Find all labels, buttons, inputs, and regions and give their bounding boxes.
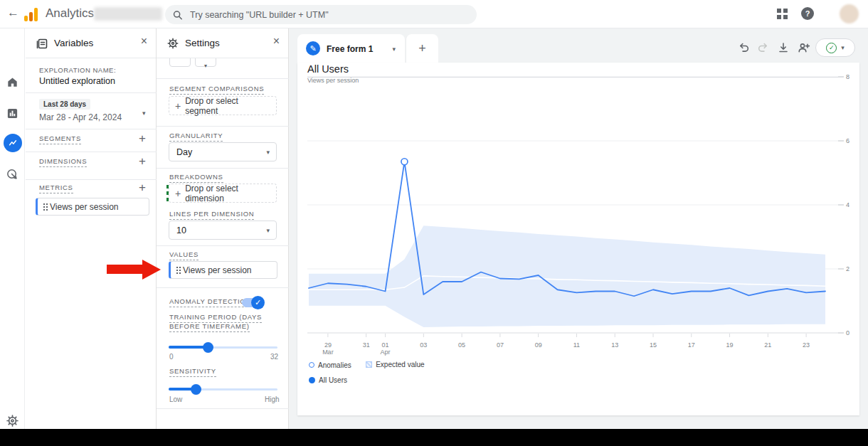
home-icon[interactable] — [0, 73, 25, 91]
advertising-icon[interactable] — [0, 165, 25, 184]
anomaly-detection-toggle[interactable]: ✓ — [242, 298, 263, 307]
explore-selected-circle — [4, 134, 22, 152]
search-input[interactable] — [189, 9, 470, 21]
series-dot-icon — [309, 377, 315, 383]
caret-down-icon: ▾ — [841, 44, 845, 51]
breakdown-drop-zone[interactable]: + Drop or select dimension — [169, 184, 277, 203]
settings-gear-icon — [166, 37, 179, 50]
search-icon — [172, 9, 183, 21]
legend-expected-value[interactable]: Expected value — [366, 361, 424, 368]
apps-grid-icon[interactable] — [777, 9, 788, 20]
svg-text:13: 13 — [611, 341, 618, 349]
sensitivity-slider[interactable] — [169, 384, 277, 394]
pencil-icon: ✎ — [306, 41, 320, 55]
date-range-caret-icon[interactable]: ▾ — [142, 110, 146, 117]
granularity-label: GRANULARITY — [169, 132, 223, 142]
metric-chip-label: Views per session — [50, 202, 119, 212]
caret-down-icon: ▾ — [266, 149, 270, 156]
metrics-label: METRICS — [39, 184, 73, 193]
variables-close-icon[interactable]: × — [141, 36, 147, 47]
legend-anomalies-label: Anomalies — [318, 361, 351, 369]
variables-icon — [36, 37, 48, 50]
add-tab-button[interactable]: + — [406, 34, 438, 63]
nav-rail — [0, 28, 25, 429]
letterbox-bottom — [0, 429, 868, 446]
check-circle-icon: ✓ — [826, 43, 837, 53]
help-icon[interactable]: ? — [801, 7, 814, 20]
svg-text:17: 17 — [688, 341, 695, 349]
svg-text:15: 15 — [650, 341, 657, 349]
analytics-logo-icon[interactable] — [24, 7, 40, 21]
share-person-add-icon[interactable] — [795, 40, 811, 55]
timeseries-chart[interactable]: 0246829Mar3101Apr0305070911131517192123 — [307, 68, 852, 356]
back-arrow-icon[interactable]: ← — [7, 6, 19, 20]
add-segment-button[interactable]: + — [139, 132, 146, 144]
segment-drop-zone[interactable]: + Drop or select segment — [169, 96, 277, 115]
settings-panel-title: Settings — [185, 38, 220, 48]
metric-chip[interactable]: Views per session — [36, 198, 149, 216]
chart-legend-row-1: Anomalies Expected value — [309, 358, 436, 371]
training-min-label: 0 — [169, 353, 174, 361]
download-icon[interactable] — [776, 40, 791, 55]
drag-dots-icon[interactable] — [176, 267, 178, 268]
add-dimension-button[interactable]: + — [139, 155, 146, 167]
account-selector-blurred[interactable] — [94, 7, 162, 21]
legend-expected-label: Expected value — [376, 361, 424, 368]
search-bar[interactable] — [165, 5, 477, 24]
settings-header: Settings × — [157, 28, 288, 58]
chart-y-axis-title: Views per session — [307, 77, 359, 84]
granularity-value: Day — [176, 147, 192, 157]
exploration-name-value[interactable]: Untitled exploration — [39, 76, 115, 86]
values-label: VALUES — [169, 250, 199, 260]
scrolled-caret-icon: ▾ — [204, 63, 207, 69]
segment-drop-text: Drop or select segment — [185, 96, 270, 116]
chart-title: All Users — [307, 63, 843, 78]
expected-band-icon — [366, 361, 372, 368]
explore-icon-selected[interactable] — [0, 134, 25, 152]
chart-legend-row-2: All Users — [309, 373, 359, 386]
legend-anomalies[interactable]: Anomalies — [309, 361, 351, 369]
svg-text:23: 23 — [803, 341, 810, 349]
sensitivity-min-label: Low — [169, 395, 182, 403]
svg-text:29: 29 — [324, 341, 332, 349]
variables-panel-title: Variables — [54, 38, 93, 48]
reports-icon[interactable] — [0, 104, 25, 122]
svg-text:21: 21 — [764, 341, 771, 349]
svg-text:31: 31 — [363, 341, 370, 349]
segment-comparisons-label: SEGMENT COMPARISONS — [169, 85, 264, 95]
admin-gear-icon[interactable] — [0, 411, 25, 429]
caret-down-icon: ▾ — [266, 227, 270, 234]
svg-text:11: 11 — [573, 341, 580, 349]
legend-series-label: All Users — [319, 376, 347, 384]
lines-per-dimension-select[interactable]: 10 ▾ — [169, 221, 277, 240]
plus-icon: + — [175, 100, 181, 112]
drag-dots-icon[interactable] — [43, 203, 45, 205]
svg-text:2: 2 — [846, 265, 850, 272]
legend-all-users[interactable]: All Users — [309, 376, 347, 384]
training-period-slider-thumb[interactable] — [203, 342, 213, 353]
settings-panel: ▾ Settings × SEGMENT COMPARISONS + Drop … — [157, 28, 289, 429]
analytics-app: ← Analytics ? — [0, 0, 868, 429]
svg-text:0: 0 — [846, 329, 850, 336]
undo-icon[interactable] — [736, 40, 751, 55]
avatar[interactable] — [840, 4, 859, 23]
training-period-slider[interactable] — [169, 342, 277, 352]
tab-free-form-1[interactable]: ✎ Free form 1 ▾ — [297, 34, 405, 63]
breakdowns-label: BREAKDOWNS — [169, 173, 223, 183]
values-chip[interactable]: Views per session — [169, 261, 277, 279]
date-range-value[interactable]: Mar 28 - Apr 24, 2024 — [39, 112, 122, 122]
status-ok-dropdown[interactable]: ✓ ▾ — [815, 38, 855, 57]
settings-close-icon[interactable]: × — [273, 36, 280, 47]
svg-text:Apr: Apr — [381, 349, 391, 356]
screenshot-stage: ← Analytics ? — [0, 0, 868, 446]
add-metric-button[interactable]: + — [139, 181, 146, 193]
svg-text:6: 6 — [846, 137, 850, 144]
tab-caret-icon[interactable]: ▾ — [392, 46, 396, 53]
exploration-name-label: EXPLORATION NAME: — [39, 66, 116, 74]
lines-per-dimension-label: LINES PER DIMENSION — [169, 210, 254, 220]
granularity-select[interactable]: Day ▾ — [169, 142, 277, 161]
svg-text:01: 01 — [382, 341, 389, 349]
sensitivity-slider-thumb[interactable] — [191, 384, 201, 395]
svg-text:09: 09 — [535, 341, 542, 349]
anomaly-detection-label: ANOMALY DETECTION — [169, 297, 251, 307]
